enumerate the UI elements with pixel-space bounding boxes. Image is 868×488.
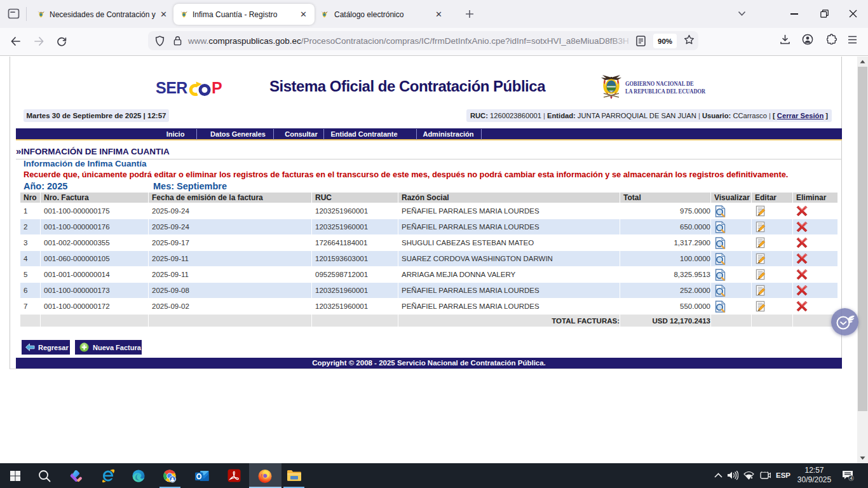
- svg-text:4: 4: [850, 475, 852, 481]
